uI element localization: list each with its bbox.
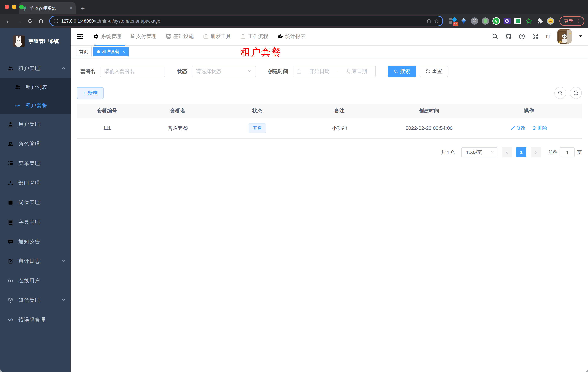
avatar-caret-icon[interactable] [578, 33, 583, 40]
share-icon[interactable] [426, 19, 431, 23]
col-create-time: 创建时间 [382, 104, 476, 118]
next-page-button[interactable] [531, 147, 541, 157]
app-title: 芋道管理系统 [29, 38, 59, 45]
sidebar-item-dept-management[interactable]: 部门管理 [0, 173, 71, 193]
topnav-item-workflow[interactable]: 工作流程 [237, 27, 272, 45]
extensions-puzzle-icon[interactable] [536, 17, 544, 25]
sidebar-toggle-button[interactable] [76, 33, 83, 40]
prev-page-button[interactable] [502, 147, 512, 157]
chevron-down-icon [62, 298, 65, 303]
sidebar-item-error-code[interactable]: </> 错误码管理 [0, 310, 71, 329]
zoom-window-button[interactable] [19, 5, 23, 9]
tag-home[interactable]: 首页 [76, 47, 92, 56]
browser-toolbar: ← → 127.0.0.1:48080/admin-ui/system/tena… [0, 14, 588, 28]
extension-kite-icon[interactable] [460, 17, 467, 25]
extension-smiley-icon[interactable] [547, 17, 554, 25]
topnav-item-reports[interactable]: 统计报表 [274, 27, 309, 45]
extension-y-icon[interactable]: y [493, 17, 500, 25]
sidebar-item-notice[interactable]: 通知公告 [0, 232, 71, 251]
url-bar[interactable]: 127.0.0.1:48080/admin-ui/system/tenant/p… [49, 16, 443, 26]
toggle-search-button[interactable] [554, 87, 566, 99]
browser-tab[interactable]: 芋道管理系统 × [19, 2, 76, 14]
sidebar-item-post-management[interactable]: 岗位管理 [0, 193, 71, 212]
col-package-id: 套餐编号 [77, 104, 137, 118]
chevron-up-icon [62, 65, 65, 71]
log-icon [8, 258, 13, 264]
sidebar-item-tenant-package[interactable]: 租户套餐 [0, 96, 71, 115]
extension-chat-icon[interactable] [514, 17, 522, 25]
sidebar-item-dict-management[interactable]: 字典管理 [0, 212, 71, 232]
sidebar-item-audit-log[interactable]: 审计日志 [0, 251, 71, 271]
page-size-select[interactable]: 10条/页 [461, 147, 497, 157]
extension-shield-icon[interactable] [503, 17, 511, 25]
package-name-input[interactable] [100, 65, 165, 77]
user-avatar[interactable]: 68 0:30 [557, 29, 572, 44]
sidebar-item-sms-management[interactable]: 短信管理 [0, 290, 71, 310]
tab-title: 芋道管理系统 [30, 5, 67, 11]
tag-tenant-package[interactable]: 租户套餐 × [94, 47, 128, 56]
create-time-label: 创建时间 [268, 68, 288, 75]
active-tag-dot [97, 50, 100, 53]
browser-menu-icon[interactable]: ⋮ [576, 18, 581, 24]
calendar-icon [296, 69, 302, 74]
chevron-down-icon [490, 149, 494, 155]
fullscreen-icon[interactable] [532, 33, 539, 40]
page-number-1[interactable]: 1 [516, 147, 526, 157]
col-actions: 操作 [476, 104, 582, 118]
topnav-item-infrastructure[interactable]: 基础设施 [162, 27, 197, 45]
monitor-icon [166, 34, 171, 39]
new-tab-button[interactable]: + [81, 5, 85, 12]
search-button[interactable]: 搜索 [388, 65, 416, 77]
sidebar-item-role-management[interactable]: 角色管理 [0, 134, 71, 154]
topnav-item-system[interactable]: 系统管理 [90, 27, 125, 45]
col-status: 状态 [218, 104, 296, 118]
tag-close-icon[interactable]: × [122, 49, 125, 54]
help-icon[interactable] [519, 33, 525, 40]
back-button[interactable]: ← [4, 16, 13, 26]
github-icon[interactable] [505, 33, 512, 40]
sidebar-item-online-users[interactable]: 在线用户 [0, 271, 71, 290]
status-label: 状态 [177, 68, 187, 75]
extension-badge: 10 [453, 22, 458, 26]
date-range-picker[interactable]: 开始日期 - 结束日期 [293, 65, 376, 77]
add-button[interactable]: + 新增 [77, 87, 104, 99]
update-button[interactable]: 更新 ⋮ [559, 16, 584, 26]
window-controls[interactable] [5, 5, 23, 9]
message-icon [8, 239, 13, 244]
reset-button[interactable]: 重置 [420, 65, 448, 77]
tab-close-icon[interactable]: × [70, 5, 73, 11]
package-icon [15, 103, 21, 108]
edit-link[interactable]: 修改 [511, 125, 525, 131]
extension-command-icon[interactable]: ⌘ [471, 17, 478, 25]
bookmark-star-icon[interactable]: ☆ [434, 18, 439, 24]
dashboard-icon [278, 34, 283, 39]
sidebar-item-tenant-list[interactable]: 租户列表 [0, 78, 71, 96]
delete-link[interactable]: 删除 [532, 125, 547, 131]
reload-button[interactable] [25, 16, 35, 26]
sidebar-item-user-management[interactable]: 用户管理 [0, 115, 71, 134]
goto-page-input[interactable] [560, 147, 575, 157]
sidebar-item-tenant-management[interactable]: 租户管理 [0, 59, 71, 78]
sidebar-item-menu-management[interactable]: 菜单管理 [0, 154, 71, 173]
site-info-icon[interactable] [53, 19, 59, 23]
font-size-icon[interactable]: TT [546, 33, 550, 40]
forward-button[interactable]: → [14, 16, 24, 26]
refresh-table-button[interactable] [570, 87, 582, 99]
topnav-item-dev-tools[interactable]: 研发工具 [200, 27, 235, 45]
peoples-icon [8, 141, 13, 147]
extension-grid-icon[interactable]: 10 [449, 17, 457, 25]
logo-rabbit-avatar [13, 35, 25, 47]
sidebar-logo[interactable]: 芋道管理系统 [0, 32, 71, 50]
status-select[interactable]: 请选择状态 [191, 65, 256, 77]
svg-text:0:30: 0:30 [559, 41, 562, 43]
topnav-item-payment[interactable]: ¥ 支付管理 [127, 27, 160, 45]
extension-star-icon[interactable] [525, 17, 533, 25]
header-search-icon[interactable] [492, 33, 498, 40]
home-button[interactable] [36, 16, 46, 26]
close-window-button[interactable] [5, 5, 9, 9]
extension-dot-icon[interactable] [482, 17, 489, 25]
briefcase-icon [203, 34, 209, 39]
tree-table-icon [8, 161, 13, 166]
minimize-window-button[interactable] [12, 5, 16, 9]
dict-icon [8, 219, 13, 225]
